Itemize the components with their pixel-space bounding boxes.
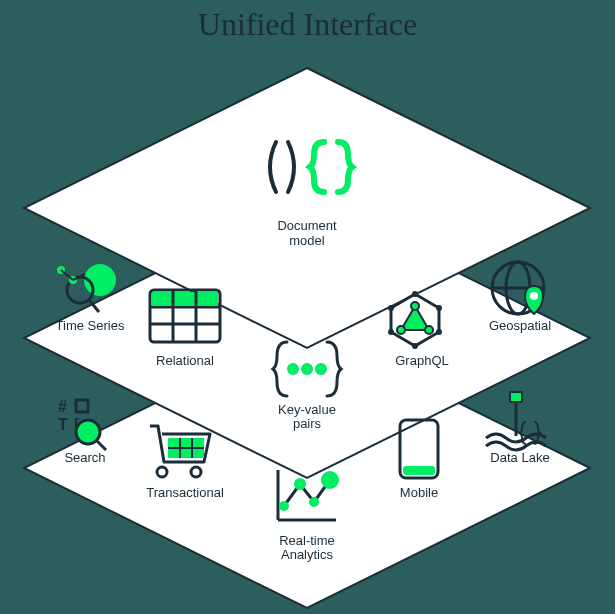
mobile-label: Mobile (400, 485, 438, 500)
time-series-label: Time Series (56, 318, 125, 333)
svg-point-51 (279, 501, 289, 511)
svg-point-20 (301, 363, 313, 375)
svg-point-30 (425, 326, 433, 334)
svg-point-54 (321, 471, 339, 489)
key-value-label-l1: Key-value (278, 402, 336, 417)
svg-point-21 (315, 363, 327, 375)
analytics-label-l1: Real-time (279, 533, 335, 548)
data-lake-label: Data Lake (490, 450, 549, 465)
svg-rect-58 (510, 392, 522, 402)
relational-label: Relational (156, 353, 214, 368)
document-model-label-line2: model (289, 233, 325, 248)
svg-point-19 (287, 363, 299, 375)
svg-point-24 (436, 329, 442, 335)
search-icon: # T [ (58, 398, 106, 450)
key-value-label-l2: pairs (293, 416, 322, 431)
svg-point-35 (530, 292, 538, 300)
svg-point-53 (309, 497, 319, 507)
svg-point-31 (397, 326, 405, 334)
svg-rect-16 (152, 292, 218, 306)
document-model-label-line1: Document (277, 218, 337, 233)
svg-line-9 (61, 270, 73, 280)
layers-diagram: Document model Document model Time Serie… (0, 0, 615, 614)
svg-point-25 (412, 343, 418, 349)
svg-rect-56 (403, 466, 435, 475)
svg-point-22 (412, 291, 418, 297)
graphql-label: GraphQL (395, 353, 448, 368)
transactional-label: Transactional (146, 485, 224, 500)
svg-text:T: T (58, 416, 68, 433)
svg-point-26 (388, 329, 394, 335)
search-label: Search (64, 450, 105, 465)
svg-rect-37 (76, 400, 88, 412)
svg-point-23 (436, 305, 442, 311)
svg-point-52 (294, 478, 306, 490)
geospatial-label: Geospatial (489, 318, 551, 333)
svg-point-27 (388, 305, 394, 311)
svg-point-29 (411, 302, 419, 310)
page-title: Unified Interface (0, 6, 615, 43)
svg-text:#: # (58, 398, 67, 415)
analytics-label-l2: Analytics (281, 547, 334, 562)
